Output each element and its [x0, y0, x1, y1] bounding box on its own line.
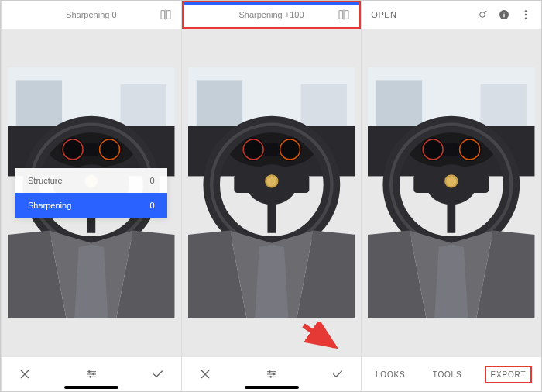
- photo: [188, 44, 355, 342]
- compare-icon[interactable]: [338, 9, 350, 21]
- tool-title: Sharpening 0: [66, 10, 116, 19]
- more-icon[interactable]: [520, 9, 532, 21]
- sliders-icon[interactable]: [85, 368, 98, 380]
- tab-tools[interactable]: TOOLS: [428, 367, 467, 382]
- image-preview[interactable]: [362, 29, 541, 357]
- open-button[interactable]: OPEN: [371, 10, 396, 19]
- bottombar: [2, 357, 181, 391]
- topbar: OPEN: [362, 1, 541, 29]
- tab-export[interactable]: EXPORT: [485, 366, 533, 383]
- home-indicator: [64, 386, 118, 389]
- check-icon[interactable]: [331, 368, 344, 380]
- compare-icon[interactable]: [160, 9, 172, 21]
- photo: [368, 44, 535, 342]
- image-preview[interactable]: [182, 29, 362, 357]
- adjust-label: Structure: [28, 176, 63, 185]
- adjust-value: 0: [150, 201, 155, 210]
- close-icon[interactable]: [19, 368, 31, 380]
- topbar: Sharpening 0: [2, 1, 181, 29]
- check-icon[interactable]: [152, 368, 164, 380]
- adjust-value: 0: [150, 176, 155, 185]
- adjust-row-structure[interactable]: Structure 0: [15, 168, 167, 193]
- adjust-label: Sharpening: [28, 201, 71, 210]
- adjustment-panel: Structure 0 Sharpening 0: [15, 168, 167, 218]
- screen-sharpening-zero: Sharpening 0 Structure 0 Sharpening 0: [1, 1, 181, 391]
- tool-title: Sharpening +100: [238, 10, 304, 19]
- screen-main: OPEN LOOKS TOOLS EXPORT: [361, 1, 541, 391]
- bottombar: [182, 357, 362, 391]
- image-preview[interactable]: Structure 0 Sharpening 0: [2, 29, 181, 357]
- close-icon[interactable]: [199, 368, 211, 380]
- screen-sharpening-hundred: Sharpening +100: [181, 1, 362, 391]
- adjust-row-sharpening[interactable]: Sharpening 0: [15, 193, 167, 218]
- sliders-icon[interactable]: [266, 368, 278, 380]
- tabbar: LOOKS TOOLS EXPORT: [362, 357, 541, 391]
- home-indicator: [245, 386, 299, 389]
- topbar-highlighted: Sharpening +100: [182, 1, 362, 29]
- tab-looks[interactable]: LOOKS: [371, 367, 410, 382]
- info-icon[interactable]: [498, 9, 510, 21]
- magic-icon[interactable]: [476, 9, 489, 21]
